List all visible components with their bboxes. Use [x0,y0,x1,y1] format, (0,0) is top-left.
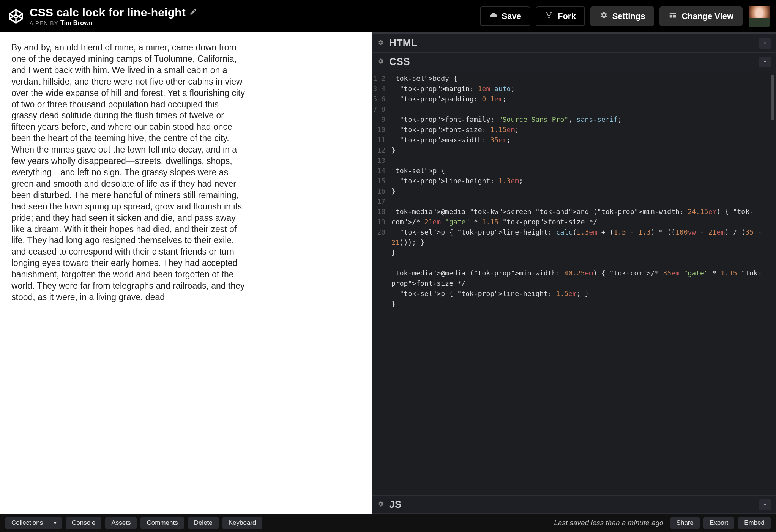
html-panel-header[interactable]: HTML [372,34,776,52]
codepen-logo[interactable] [8,9,24,24]
layout-icon [669,11,677,22]
html-panel-label: HTML [389,37,753,49]
js-panel-header[interactable]: JS [372,495,776,514]
change-view-button-label: Change View [681,11,733,21]
fork-button[interactable]: Fork [536,6,585,26]
js-panel-label: JS [389,499,753,510]
title-block: CSS calc lock for line-height A PEN BY T… [30,6,474,27]
save-button-label: Save [502,11,521,21]
chevron-down-icon[interactable] [759,38,771,49]
editors-column: HTML CSS 1 2 3 4 5 6 7 8 9 10 11 12 13 1… [372,32,776,514]
gear-icon [599,11,608,22]
collections-dropdown[interactable]: Collections ▼ [5,517,62,529]
settings-button[interactable]: Settings [590,6,655,26]
scrollbar[interactable] [771,75,774,120]
author-link[interactable]: Tim Brown [60,20,93,26]
css-panel-label: CSS [389,56,753,68]
comments-button[interactable]: Comments [140,517,184,529]
js-panel: JS [372,495,776,514]
line-gutter: 1 2 3 4 5 6 7 8 9 10 11 12 13 14 15 16 1… [372,71,388,237]
gear-icon[interactable] [377,58,384,66]
css-code[interactable]: "tok-sel">body { "tok-prop">margin: 1em … [372,71,776,313]
preview-pane[interactable]: By and by, an old friend of mine, a mine… [0,32,372,514]
gear-icon[interactable] [377,39,384,47]
change-view-button[interactable]: Change View [659,6,743,26]
pen-title: CSS calc lock for line-height [30,6,186,19]
app-header: CSS calc lock for line-height A PEN BY T… [0,0,776,32]
chevron-down-icon[interactable] [759,57,771,67]
byline-prefix: A PEN BY [30,20,58,26]
preview-paragraph: By and by, an old friend of mine, a mine… [11,42,247,303]
chevron-down-icon[interactable] [759,499,771,510]
html-panel: HTML [372,34,776,52]
gear-icon[interactable] [377,501,384,509]
collections-label: Collections [11,519,43,527]
css-panel: CSS 1 2 3 4 5 6 7 8 9 10 11 12 13 14 15 … [372,52,776,495]
console-button[interactable]: Console [66,517,101,529]
edit-title-icon[interactable] [189,8,197,17]
footer-bar: Collections ▼ Console Assets Comments De… [0,514,776,532]
fork-icon [545,11,553,22]
save-button[interactable]: Save [480,6,530,26]
delete-button[interactable]: Delete [188,517,219,529]
css-panel-header[interactable]: CSS [372,52,776,71]
user-avatar[interactable] [749,6,770,27]
settings-button-label: Settings [612,11,645,21]
fork-button-label: Fork [558,11,576,21]
keyboard-button[interactable]: Keyboard [222,517,262,529]
caret-down-icon: ▼ [53,520,57,526]
embed-button[interactable]: Embed [738,517,771,529]
cloud-icon [489,11,497,22]
pen-byline: A PEN BY Tim Brown [30,20,474,27]
export-button[interactable]: Export [703,517,734,529]
assets-button[interactable]: Assets [105,517,137,529]
main-split: By and by, an old friend of mine, a mine… [0,32,776,514]
css-editor[interactable]: 1 2 3 4 5 6 7 8 9 10 11 12 13 14 15 16 1… [372,71,776,495]
share-button[interactable]: Share [670,517,700,529]
save-status: Last saved less than a minute ago [554,519,663,527]
